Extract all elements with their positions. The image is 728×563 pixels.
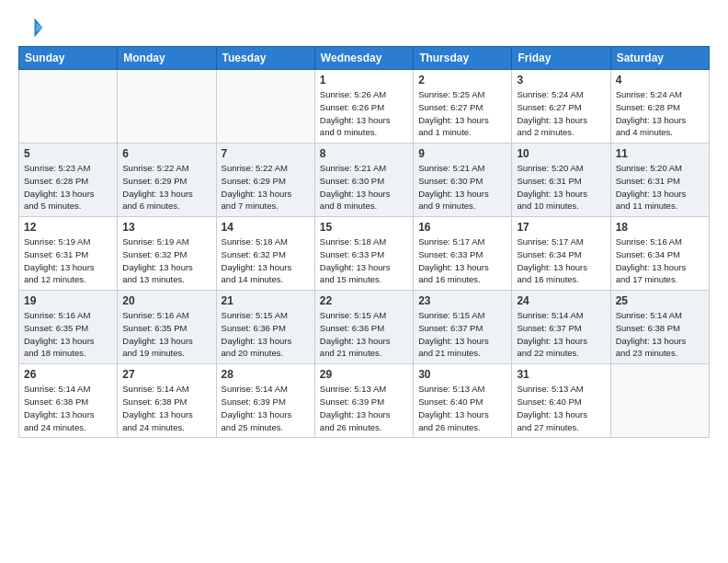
day-number: 21 [222,294,310,307]
calendar-day-31: 31Sunrise: 5:13 AM Sunset: 6:40 PM Dayli… [512,364,610,438]
calendar-day-9: 9Sunrise: 5:21 AM Sunset: 6:30 PM Daylig… [414,144,512,217]
day-number: 27 [122,368,210,381]
column-header-monday: Monday [118,47,216,70]
calendar-day-3: 3Sunrise: 5:24 AM Sunset: 6:27 PM Daylig… [512,70,610,144]
day-number: 22 [320,294,408,307]
calendar-week-row: 19Sunrise: 5:16 AM Sunset: 6:35 PM Dayli… [19,291,710,364]
day-info: Sunrise: 5:16 AM Sunset: 6:35 PM Dayligh… [122,309,210,360]
day-number: 2 [418,74,506,86]
day-number: 14 [222,221,310,234]
day-number: 20 [122,294,210,307]
day-number: 11 [616,147,704,160]
day-number: 16 [418,221,506,234]
calendar-header-row: SundayMondayTuesdayWednesdayThursdayFrid… [19,47,710,70]
calendar-day-12: 12Sunrise: 5:19 AM Sunset: 6:31 PM Dayli… [19,217,118,291]
column-header-sunday: Sunday [19,47,118,70]
day-info: Sunrise: 5:25 AM Sunset: 6:27 PM Dayligh… [418,88,506,139]
day-number: 1 [320,74,408,86]
column-header-wednesday: Wednesday [314,47,413,70]
day-number: 13 [122,221,210,234]
day-info: Sunrise: 5:20 AM Sunset: 6:31 PM Dayligh… [517,162,605,213]
day-number: 17 [517,221,605,234]
calendar-day-18: 18Sunrise: 5:16 AM Sunset: 6:34 PM Dayli… [610,217,709,291]
day-number: 28 [222,368,310,381]
day-number: 3 [517,74,605,86]
calendar-day-8: 8Sunrise: 5:21 AM Sunset: 6:30 PM Daylig… [314,144,413,217]
calendar-day-24: 24Sunrise: 5:14 AM Sunset: 6:37 PM Dayli… [512,291,610,364]
calendar-day-4: 4Sunrise: 5:24 AM Sunset: 6:28 PM Daylig… [610,70,709,144]
day-number: 7 [222,147,310,160]
day-info: Sunrise: 5:13 AM Sunset: 6:40 PM Dayligh… [418,383,506,433]
calendar-day-13: 13Sunrise: 5:19 AM Sunset: 6:32 PM Dayli… [118,217,216,291]
calendar-week-row: 1Sunrise: 5:26 AM Sunset: 6:26 PM Daylig… [19,70,710,144]
calendar-day-5: 5Sunrise: 5:23 AM Sunset: 6:28 PM Daylig… [19,144,118,217]
header [18,15,710,40]
day-info: Sunrise: 5:14 AM Sunset: 6:38 PM Dayligh… [24,383,112,433]
calendar-day-23: 23Sunrise: 5:15 AM Sunset: 6:37 PM Dayli… [414,291,512,364]
page: SundayMondayTuesdayWednesdayThursdayFrid… [0,0,728,453]
day-info: Sunrise: 5:14 AM Sunset: 6:39 PM Dayligh… [222,383,310,433]
calendar-day-19: 19Sunrise: 5:16 AM Sunset: 6:35 PM Dayli… [19,291,118,364]
calendar-day-17: 17Sunrise: 5:17 AM Sunset: 6:34 PM Dayli… [512,217,610,291]
day-number: 8 [320,147,408,160]
day-info: Sunrise: 5:18 AM Sunset: 6:33 PM Dayligh… [320,236,408,286]
day-info: Sunrise: 5:23 AM Sunset: 6:28 PM Dayligh… [24,162,112,213]
calendar-day-30: 30Sunrise: 5:13 AM Sunset: 6:40 PM Dayli… [414,364,512,438]
day-number: 15 [320,221,408,234]
day-info: Sunrise: 5:17 AM Sunset: 6:33 PM Dayligh… [418,236,506,286]
day-number: 18 [616,221,704,234]
day-number: 10 [517,147,605,160]
day-number: 25 [616,294,704,307]
day-info: Sunrise: 5:15 AM Sunset: 6:36 PM Dayligh… [320,309,408,360]
calendar-day-16: 16Sunrise: 5:17 AM Sunset: 6:33 PM Dayli… [414,217,512,291]
day-info: Sunrise: 5:24 AM Sunset: 6:27 PM Dayligh… [517,88,605,139]
calendar-table: SundayMondayTuesdayWednesdayThursdayFrid… [18,46,710,438]
day-info: Sunrise: 5:22 AM Sunset: 6:29 PM Dayligh… [122,162,210,213]
column-header-saturday: Saturday [610,47,709,70]
day-info: Sunrise: 5:24 AM Sunset: 6:28 PM Dayligh… [616,88,704,139]
day-info: Sunrise: 5:18 AM Sunset: 6:32 PM Dayligh… [222,236,310,286]
calendar-week-row: 26Sunrise: 5:14 AM Sunset: 6:38 PM Dayli… [19,364,710,438]
logo-icon [18,15,44,40]
day-info: Sunrise: 5:14 AM Sunset: 6:37 PM Dayligh… [517,309,605,360]
day-info: Sunrise: 5:21 AM Sunset: 6:30 PM Dayligh… [418,162,506,213]
calendar-day-10: 10Sunrise: 5:20 AM Sunset: 6:31 PM Dayli… [512,144,610,217]
calendar-day-1: 1Sunrise: 5:26 AM Sunset: 6:26 PM Daylig… [314,70,413,144]
calendar-day-2: 2Sunrise: 5:25 AM Sunset: 6:27 PM Daylig… [414,70,512,144]
calendar-day-21: 21Sunrise: 5:15 AM Sunset: 6:36 PM Dayli… [216,291,314,364]
calendar-day-22: 22Sunrise: 5:15 AM Sunset: 6:36 PM Dayli… [314,291,413,364]
day-info: Sunrise: 5:16 AM Sunset: 6:34 PM Dayligh… [616,236,704,286]
day-number: 4 [616,74,704,86]
day-number: 30 [418,368,506,381]
day-number: 12 [24,221,112,234]
day-info: Sunrise: 5:15 AM Sunset: 6:37 PM Dayligh… [418,309,506,360]
day-number: 19 [24,294,112,307]
day-number: 9 [418,147,506,160]
day-info: Sunrise: 5:14 AM Sunset: 6:38 PM Dayligh… [122,383,210,433]
day-number: 23 [418,294,506,307]
day-number: 24 [517,294,605,307]
day-info: Sunrise: 5:21 AM Sunset: 6:30 PM Dayligh… [320,162,408,213]
day-info: Sunrise: 5:13 AM Sunset: 6:39 PM Dayligh… [320,383,408,433]
calendar-day-29: 29Sunrise: 5:13 AM Sunset: 6:39 PM Dayli… [314,364,413,438]
logo [18,15,48,40]
day-number: 29 [320,368,408,381]
calendar-day-20: 20Sunrise: 5:16 AM Sunset: 6:35 PM Dayli… [118,291,216,364]
calendar-week-row: 12Sunrise: 5:19 AM Sunset: 6:31 PM Dayli… [19,217,710,291]
column-header-tuesday: Tuesday [216,47,314,70]
calendar-empty-cell [19,70,118,144]
day-number: 5 [24,147,112,160]
day-number: 26 [24,368,112,381]
day-info: Sunrise: 5:17 AM Sunset: 6:34 PM Dayligh… [517,236,605,286]
calendar-empty-cell [118,70,216,144]
calendar-day-7: 7Sunrise: 5:22 AM Sunset: 6:29 PM Daylig… [216,144,314,217]
column-header-friday: Friday [512,47,610,70]
day-info: Sunrise: 5:19 AM Sunset: 6:31 PM Dayligh… [24,236,112,286]
calendar-day-6: 6Sunrise: 5:22 AM Sunset: 6:29 PM Daylig… [118,144,216,217]
calendar-day-27: 27Sunrise: 5:14 AM Sunset: 6:38 PM Dayli… [118,364,216,438]
calendar-week-row: 5Sunrise: 5:23 AM Sunset: 6:28 PM Daylig… [19,144,710,217]
calendar-day-28: 28Sunrise: 5:14 AM Sunset: 6:39 PM Dayli… [216,364,314,438]
day-info: Sunrise: 5:16 AM Sunset: 6:35 PM Dayligh… [24,309,112,360]
day-number: 6 [122,147,210,160]
calendar-day-25: 25Sunrise: 5:14 AM Sunset: 6:38 PM Dayli… [610,291,709,364]
